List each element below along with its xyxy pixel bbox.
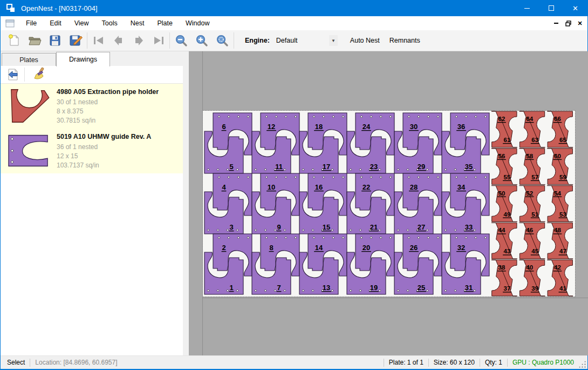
nest-pair-purple[interactable]: 1817	[299, 113, 347, 173]
nest-pair-red[interactable]: 5857	[519, 149, 545, 185]
minimize-button[interactable]	[515, 0, 539, 16]
drawing-item-4980[interactable]: 4980 A05 Extraction pipe holder 30 of 1 …	[1, 84, 183, 129]
svg-text:56: 56	[498, 153, 505, 159]
nest-pair-red[interactable]: 5453	[547, 186, 573, 222]
menu-view[interactable]: View	[68, 17, 95, 30]
svg-text:62: 62	[498, 116, 505, 122]
nest-pair-purple[interactable]: 21	[204, 234, 252, 294]
nest-pair-purple[interactable]: 3635	[442, 113, 489, 173]
new-button[interactable]	[4, 32, 24, 49]
svg-text:20: 20	[363, 244, 370, 252]
menu-file[interactable]: File	[19, 17, 43, 30]
tab-plates[interactable]: Plates	[2, 53, 56, 66]
app-window: OpenNest - [N0317-004] ✕ File Edit View …	[0, 0, 588, 370]
svg-text:38: 38	[498, 264, 505, 271]
nest-pair-red[interactable]: 6665	[547, 111, 573, 147]
engine-combobox[interactable]: Default ▼	[274, 34, 338, 47]
nest-pair-purple[interactable]: 2827	[394, 173, 442, 234]
svg-text:19: 19	[370, 284, 378, 292]
drawing-nested-count: 36 of 1 nested	[57, 143, 183, 152]
svg-text:35: 35	[465, 163, 473, 171]
nest-canvas[interactable]: 6512111817242330293635431091615222128273…	[189, 51, 588, 355]
nest-drawing: 6512111817242330293635431091615222128273…	[203, 111, 575, 297]
nest-pair-purple[interactable]: 109	[252, 173, 299, 234]
drawing-thumbnail	[1, 86, 57, 125]
menu-nest[interactable]: Nest	[124, 17, 151, 30]
app-icon	[6, 3, 16, 13]
status-bar: Select Location: [84.8696, 60.6957] Plat…	[1, 355, 587, 369]
svg-text:63: 63	[531, 137, 538, 143]
svg-text:61: 61	[504, 137, 511, 143]
nest-pair-purple[interactable]: 1211	[252, 113, 299, 173]
nest-pair-purple[interactable]: 1413	[299, 234, 347, 294]
mdi-close-button[interactable]: ✕	[576, 19, 584, 28]
previous-plate-button[interactable]	[108, 32, 128, 49]
panel-splitter[interactable]	[183, 51, 189, 355]
nest-pair-red[interactable]: 6261	[491, 111, 517, 147]
auto-nest-button[interactable]: Auto Nest	[345, 33, 385, 48]
nest-pair-purple[interactable]: 3029	[394, 113, 442, 173]
mdi-close-icon: ✕	[577, 20, 582, 27]
status-gpu: GPU : Quadro P1000	[512, 359, 574, 366]
nest-pair-purple[interactable]: 2221	[347, 173, 394, 234]
nest-pair-red[interactable]: 6463	[519, 111, 545, 147]
first-plate-button[interactable]	[88, 32, 108, 49]
status-divider	[428, 359, 429, 367]
mdi-restore-button[interactable]	[564, 19, 572, 28]
svg-text:27: 27	[418, 223, 425, 231]
nest-pair-purple[interactable]: 3433	[442, 173, 489, 234]
drawing-item-5019[interactable]: 5019 A10 UHMW guide Rev. A 36 of 1 neste…	[1, 129, 183, 173]
nest-pair-purple[interactable]: 87	[252, 234, 299, 294]
maximize-button[interactable]	[539, 0, 563, 16]
nest-pair-red[interactable]: 6059	[547, 149, 573, 185]
svg-text:26: 26	[410, 244, 418, 252]
broom-icon	[33, 68, 46, 82]
nest-pair-purple[interactable]: 2423	[347, 113, 394, 173]
zoom-fit-button[interactable]	[212, 32, 233, 49]
nest-pair-red[interactable]: 4645	[519, 223, 545, 259]
zoom-in-button[interactable]	[192, 32, 212, 49]
menu-tools[interactable]: Tools	[95, 17, 124, 30]
nest-pair-red[interactable]: 4443	[491, 223, 517, 259]
last-plate-button[interactable]	[148, 32, 168, 49]
nest-pair-red[interactable]: 5655	[491, 149, 517, 185]
svg-text:25: 25	[418, 284, 425, 292]
tab-drawings[interactable]: Drawings	[56, 52, 110, 66]
engine-value: Default	[274, 37, 329, 44]
nest-pair-red[interactable]: 5251	[519, 186, 545, 222]
menu-edit[interactable]: Edit	[43, 17, 68, 30]
svg-text:54: 54	[554, 190, 561, 197]
next-plate-button[interactable]	[128, 32, 148, 49]
document-icon	[5, 19, 15, 28]
view-origin-hline	[202, 298, 588, 298]
svg-text:37: 37	[504, 285, 511, 292]
last-arrow-icon	[153, 36, 165, 45]
nest-pair-purple[interactable]: 43	[204, 173, 252, 234]
close-button[interactable]: ✕	[563, 0, 587, 16]
svg-text:9: 9	[277, 223, 281, 231]
save-as-button[interactable]	[65, 32, 86, 49]
nest-pair-purple[interactable]: 2019	[347, 234, 394, 294]
import-drawing-button[interactable]	[4, 67, 22, 82]
remnants-button[interactable]: Remnants	[385, 33, 425, 48]
clear-drawings-button[interactable]	[30, 67, 49, 82]
nest-pair-red[interactable]: 4039	[519, 260, 545, 296]
open-button[interactable]	[24, 32, 45, 49]
nest-pair-purple[interactable]: 3231	[442, 234, 489, 294]
menu-window[interactable]: Window	[179, 17, 216, 30]
menu-plate[interactable]: Plate	[151, 17, 179, 30]
status-divider	[384, 359, 384, 367]
zoom-out-button[interactable]	[171, 32, 192, 49]
nest-pair-purple[interactable]: 2625	[394, 234, 442, 294]
resize-grip[interactable]	[578, 360, 586, 368]
nest-pair-red[interactable]: 4241	[547, 260, 573, 296]
nest-pair-red[interactable]: 3837	[491, 260, 517, 296]
mdi-minimize-button[interactable]	[552, 19, 560, 28]
nest-pair-purple[interactable]: 1615	[299, 173, 347, 234]
plate: 6512111817242330293635431091615222128273…	[203, 111, 575, 297]
nest-pair-red[interactable]: 4847	[547, 223, 573, 259]
nest-pair-purple[interactable]: 65	[204, 113, 252, 173]
save-button[interactable]	[45, 32, 65, 49]
window-title: OpenNest - [N0317-004]	[21, 4, 98, 12]
nest-pair-red[interactable]: 5049	[491, 186, 517, 222]
